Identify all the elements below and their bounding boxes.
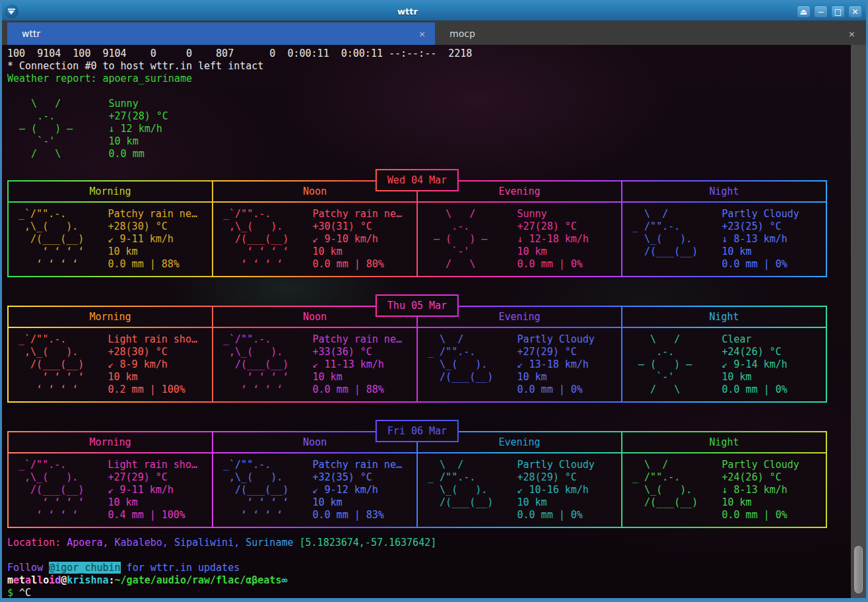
forecast-cell-text: _`/"".-. Patchy rain ne… ,\_( ). +28(30)… [9,203,212,276]
forecast-grid: MorningNoonEveningNight _`/"".-. Light r… [7,306,827,403]
location-segment: Location: [7,537,67,549]
prompt-user-char: l [31,574,37,586]
follow-prefix: Follow [7,562,49,574]
period-header: Night [622,182,826,201]
prompt-user-char: l [37,574,43,586]
forecast-cell: _`/"".-. Patchy rain ne… ,\_( ). +33(36)… [213,328,417,401]
scrollbar-thumb[interactable] [854,546,863,593]
terminal-screen[interactable]: 100 9104 100 9104 0 0 807 0 0:00:11 0:00… [2,45,866,598]
forecast-cell: \ / Sunny .-. +27(28) °C ― ( ) ― ↓ 12-18… [418,203,621,276]
prompt-user-char: e [13,574,19,586]
prompt-user-char: m [7,574,13,586]
interrupt-text: ^C [13,587,31,598]
date-label: Wed 04 Mar [376,169,459,191]
forecast-cell-text: \ / Partly Cloudy _ /"".-. +27(29) °C \_… [418,328,621,401]
follow-line: Follow @igor_chubin for wttr.in updates [7,562,240,574]
forecast-cell: \ / Partly Cloudy _ /"".-. +28(29) °C \_… [418,453,621,527]
tab-mocp[interactable]: mocp × [435,22,865,45]
prompt-user-char: i [49,574,55,586]
interrupt-line: $ ^C [7,587,31,598]
forecast-cell-text: \ / Partly Cloudy _ /"".-. +24(26) °C \_… [622,453,826,527]
prompt-dollar: $ [7,587,13,598]
forecast-cell: \ / Clear .-. +24(26) °C ― ( ) ― ↙ 9-14 … [622,328,826,401]
current-conditions: \ / Sunny .-. +27(28) °C ― ( ) ― ↓ 12 km… [7,98,168,160]
forecast-cell-text: \ / Partly Cloudy _ /"".-. +23(25) °C \_… [622,203,826,276]
window-menu-icon[interactable] [5,5,18,18]
date-label: Fri 06 Mar [376,420,459,442]
prompt-colon: : [109,574,115,586]
forecast-cell-text: \ / Sunny .-. +27(28) °C ― ( ) ― ↓ 12-18… [418,203,621,276]
forecast-cell: \ / Partly Cloudy _ /"".-. +23(25) °C \_… [622,203,826,276]
period-header: Night [622,307,826,327]
forecast-cell: _`/"".-. Patchy rain ne… ,\_( ). +28(30)… [9,203,212,276]
weather-report-title: Weather report: apoera_suriname [7,73,192,85]
window-icon-bar [8,9,15,10]
period-header: Morning [9,182,212,201]
location-segment: Suriname [246,537,299,549]
forecast-cell-text: _`/"".-. Patchy rain ne… ,\_( ). +30(31)… [213,203,417,276]
tab-bar: wttr × mocp × [2,20,866,45]
follow-suffix: for wttr.in updates [121,562,240,574]
window-icon-triangle [8,11,15,15]
prompt-user-char: o [43,574,49,586]
date-label: Thu 05 Mar [376,294,459,317]
forecast-cell-text: _`/"".-. Light rain sho… ,\_( ). +27(29)… [9,453,212,527]
twitter-handle: @igor_chubin [49,562,120,574]
forecast-cell-text: \ / Partly Cloudy _ /"".-. +28(29) °C \_… [418,453,621,527]
forecast-cell-text: _`/"".-. Patchy rain ne… ,\_( ). +32(35)… [213,453,417,527]
forecast-cell-text: _`/"".-. Light rain sho… ,\_( ). +28(30)… [9,328,212,401]
curl-connection-line: * Connection #0 to host wttr.in left int… [7,60,263,73]
forecast-cell: _`/"".-. Patchy rain ne… ,\_( ). +30(31)… [213,203,417,276]
prompt-path: ~/gate/audio/raw/flac/αβeats [115,574,282,586]
prompt-at: @ [61,574,67,586]
location-segment: Sipaliwini, [174,537,246,549]
prompt-user-char: d [55,574,61,586]
forecast-cell: \ / Partly Cloudy _ /"".-. +24(26) °C \_… [622,453,826,527]
shell-prompt: metalloid@krishna:~/gate/audio/raw/flac/… [7,574,287,587]
terminal-window: wttr ⏏−□✕ wttr × mocp × 100 9104 100 910… [0,0,868,602]
minimize-button[interactable]: − [814,5,828,18]
tab-label: mocp [450,28,840,39]
period-header: Night [622,432,826,452]
prompt-infinity: ∞ [281,574,287,586]
prompt-user-char: a [25,574,31,586]
forecast-cell: _`/"".-. Light rain sho… ,\_( ). +28(30)… [9,328,212,401]
window-buttons: ⏏−□✕ [797,5,862,18]
forecast-cell: \ / Partly Cloudy _ /"".-. +27(29) °C \_… [418,328,621,401]
maximize-button[interactable]: □ [831,5,845,18]
tab-close-icon[interactable]: × [418,29,426,39]
forecast-grid: MorningNoonEveningNight _`/"".-. Patchy … [7,180,827,277]
period-header: Morning [9,432,212,452]
location-segment: Kabalebo, [115,537,174,549]
forecast-grid: MorningNoonEveningNight _`/"".-. Light r… [7,431,827,528]
forecast-cell-text: \ / Clear .-. +24(26) °C ― ( ) ― ↙ 9-14 … [622,328,826,401]
period-header: Morning [9,307,212,327]
location-segment: [5.1823674,-57.1637642] [300,537,437,549]
curl-progress-line: 100 9104 100 9104 0 0 807 0 0:00:11 0:00… [7,48,472,60]
window-titlebar[interactable]: wttr ⏏−□✕ [2,2,866,20]
tab-label: wttr [22,28,411,39]
forecast-cell: _`/"".-. Patchy rain ne… ,\_( ). +32(35)… [213,453,417,527]
tab-close-icon[interactable]: × [848,29,855,39]
location-segment: Apoera, [67,537,114,549]
scrollbar-track[interactable] [851,45,866,598]
prompt-user-char: t [19,574,25,586]
forecast-cell: _`/"".-. Light rain sho… ,\_( ). +27(29)… [9,453,212,527]
tab-wttr[interactable]: wttr × [7,22,435,45]
close-button[interactable]: ✕ [848,5,862,18]
prompt-host: krishna [67,574,108,586]
shade-button[interactable]: ⏏ [797,5,811,18]
location-line: Location: Apoera, Kabalebo, Sipaliwini, … [7,537,436,549]
forecast-cell-text: _`/"".-. Patchy rain ne… ,\_( ). +33(36)… [213,328,417,401]
window-title: wttr [18,7,797,17]
